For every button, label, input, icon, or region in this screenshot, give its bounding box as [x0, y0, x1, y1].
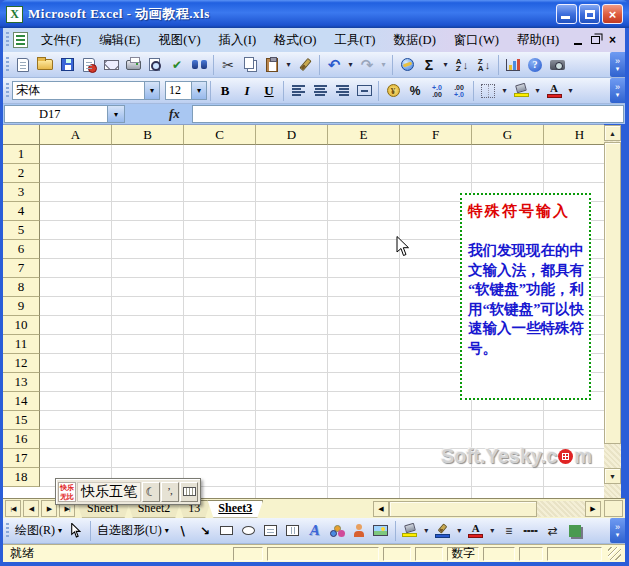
insert-function-button[interactable]: fx: [169, 106, 180, 122]
line-color-dropdown[interactable]: ▾: [454, 520, 465, 542]
font-color-button[interactable]: A: [465, 520, 487, 542]
vertical-scrollbar[interactable]: ▲ ▼: [604, 125, 621, 500]
merge-center-button[interactable]: [353, 80, 375, 102]
font-size-combo[interactable]: 12 ▾: [165, 81, 207, 100]
column-header-d[interactable]: D: [256, 125, 328, 145]
menu-file[interactable]: 文件(F): [32, 29, 90, 52]
name-box-dropdown[interactable]: ▾: [108, 105, 125, 123]
ime-softkeyboard-button[interactable]: [180, 482, 198, 502]
tab-split-box[interactable]: [604, 500, 623, 517]
arrow-style-button[interactable]: ⇄: [542, 520, 564, 542]
font-size-dropdown[interactable]: ▾: [191, 82, 206, 99]
vertical-scroll-thumb[interactable]: [604, 142, 621, 444]
italic-button[interactable]: I: [236, 80, 258, 102]
underline-button[interactable]: U: [258, 80, 280, 102]
paste-button[interactable]: [261, 54, 283, 76]
borders-dropdown[interactable]: ▾: [499, 80, 510, 102]
column-header-b[interactable]: B: [112, 125, 184, 145]
row-header[interactable]: 18: [3, 468, 40, 487]
currency-style-button[interactable]: ¥: [382, 80, 404, 102]
row-header[interactable]: 17: [3, 449, 40, 468]
menu-format[interactable]: 格式(O): [265, 29, 325, 52]
column-header-a[interactable]: A: [40, 125, 112, 145]
undo-button[interactable]: ↶: [323, 54, 345, 76]
oval-button[interactable]: [238, 520, 260, 542]
dash-style-button[interactable]: ╍╍: [520, 520, 542, 542]
workbook-minimize-icon[interactable]: [574, 43, 582, 45]
clip-art-button[interactable]: [348, 520, 370, 542]
email-button[interactable]: [100, 54, 122, 76]
scroll-down-button[interactable]: ▼: [604, 468, 621, 484]
first-sheet-button[interactable]: |◀: [5, 500, 21, 517]
wordart-button[interactable]: A: [304, 520, 326, 542]
sort-descending-button[interactable]: ZA ↓: [473, 54, 495, 76]
row-header[interactable]: 1: [3, 145, 40, 164]
note-textbox[interactable]: 特殊符号输入 我们发现现在的中文输入法，都具有“软键盘”功能，利用“软键盘”可以…: [460, 193, 591, 400]
select-all-corner[interactable]: [3, 125, 40, 145]
new-button[interactable]: [12, 54, 34, 76]
font-name-dropdown[interactable]: ▾: [144, 82, 159, 99]
row-header[interactable]: 6: [3, 240, 40, 259]
workbook-restore-icon[interactable]: [591, 36, 600, 44]
hyperlink-button[interactable]: [396, 54, 418, 76]
menu-help[interactable]: 帮助(H): [508, 29, 568, 52]
row-header[interactable]: 5: [3, 221, 40, 240]
print-preview-button[interactable]: [144, 54, 166, 76]
select-objects-button[interactable]: [65, 520, 87, 542]
row-header[interactable]: 14: [3, 392, 40, 411]
toolbar-grip[interactable]: [6, 83, 9, 99]
row-header[interactable]: 16: [3, 430, 40, 449]
menu-tools[interactable]: 工具(T): [325, 29, 384, 52]
align-left-button[interactable]: [287, 80, 309, 102]
autosum-dropdown[interactable]: ▾: [440, 54, 451, 76]
find-button[interactable]: [188, 54, 210, 76]
save-button[interactable]: [56, 54, 78, 76]
hscroll-right-button[interactable]: ▶: [585, 501, 601, 517]
minimize-button[interactable]: [556, 4, 577, 24]
workbook-close-icon[interactable]: ×: [609, 33, 616, 47]
text-box-button[interactable]: [260, 520, 282, 542]
name-box[interactable]: D17: [4, 105, 108, 123]
copy-button[interactable]: [239, 54, 261, 76]
toolbar-options-button[interactable]: »▾: [610, 518, 625, 543]
autosum-button[interactable]: Σ: [418, 54, 440, 76]
borders-button[interactable]: [477, 80, 499, 102]
fill-color-dropdown[interactable]: ▾: [532, 80, 543, 102]
column-header-e[interactable]: E: [328, 125, 400, 145]
font-color-dropdown[interactable]: ▾: [487, 520, 498, 542]
font-color-dropdown[interactable]: ▾: [565, 80, 576, 102]
column-header-f[interactable]: F: [400, 125, 472, 145]
chart-wizard-button[interactable]: [502, 54, 524, 76]
ime-name[interactable]: 快乐五笔: [77, 482, 141, 502]
row-header[interactable]: 3: [3, 183, 40, 202]
diagram-button[interactable]: [326, 520, 348, 542]
scroll-up-button[interactable]: ▲: [604, 125, 621, 141]
toolbar-grip[interactable]: [6, 57, 9, 73]
line-color-button[interactable]: [432, 520, 454, 542]
help-button[interactable]: ?: [524, 54, 546, 76]
open-button[interactable]: [34, 54, 56, 76]
align-right-button[interactable]: [331, 80, 353, 102]
font-name-combo[interactable]: 宋体 ▾: [12, 81, 160, 100]
close-button[interactable]: ×: [602, 4, 623, 24]
cut-button[interactable]: ✂: [217, 54, 239, 76]
paste-dropdown[interactable]: ▾: [283, 54, 294, 76]
insert-picture-button[interactable]: [370, 520, 392, 542]
row-header[interactable]: 8: [3, 278, 40, 297]
fill-color-button[interactable]: [399, 520, 421, 542]
maximize-button[interactable]: [579, 4, 600, 24]
vertical-text-box-button[interactable]: [282, 520, 304, 542]
menu-insert[interactable]: 插入(I): [210, 29, 266, 52]
row-header[interactable]: 7: [3, 259, 40, 278]
toolbar-grip[interactable]: [6, 523, 9, 539]
print-button[interactable]: [122, 54, 144, 76]
redo-button[interactable]: ↷: [356, 54, 378, 76]
shadow-style-button[interactable]: [564, 520, 586, 542]
font-color-button[interactable]: A: [543, 80, 565, 102]
column-header-g[interactable]: G: [472, 125, 544, 145]
toolbar-options-button[interactable]: »▾: [610, 78, 625, 103]
hscroll-left-button[interactable]: ◀: [373, 501, 389, 517]
rectangle-button[interactable]: [216, 520, 238, 542]
toolbar-options-button[interactable]: »▾: [610, 52, 625, 77]
row-header[interactable]: 13: [3, 373, 40, 392]
